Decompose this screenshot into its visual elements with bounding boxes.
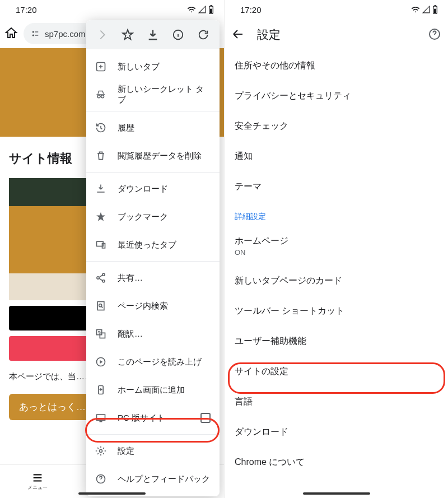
reload-button[interactable] bbox=[192, 24, 214, 46]
menu-desktop-site-label: PC 版サイト bbox=[118, 413, 165, 423]
svg-rect-13 bbox=[97, 302, 104, 310]
play-circle-icon bbox=[95, 356, 106, 367]
status-icons-right bbox=[411, 5, 438, 14]
svg-point-3 bbox=[32, 31, 34, 33]
row-homepage-sub: ON bbox=[235, 248, 438, 257]
svg-point-20 bbox=[100, 450, 102, 453]
row-accessibility[interactable]: ユーザー補助機能 bbox=[225, 326, 448, 356]
url-text: sp7pc.com bbox=[45, 29, 86, 39]
svg-rect-23 bbox=[435, 5, 436, 6]
row-homepage[interactable]: ホームページ ON bbox=[225, 226, 448, 266]
row-downloads[interactable]: ダウンロード bbox=[225, 417, 448, 447]
devices-icon bbox=[95, 239, 106, 250]
desktop-site-checkbox[interactable] bbox=[200, 413, 211, 423]
wifi-icon bbox=[411, 5, 420, 14]
status-bar-right: 17:20 bbox=[225, 0, 448, 19]
menu-translate[interactable]: 翻訳… bbox=[86, 320, 220, 348]
row-notifications-label: 通知 bbox=[235, 151, 438, 162]
battery-icon bbox=[208, 5, 214, 14]
menu-downloads[interactable]: ダウンロード bbox=[86, 175, 220, 203]
left-pane: 17:20 sp7pc.com 日々を サイト情報 日々を あ bbox=[0, 0, 224, 498]
desktop-icon bbox=[95, 412, 106, 423]
info-button[interactable] bbox=[167, 24, 189, 46]
battery-icon bbox=[432, 5, 438, 14]
menu-find[interactable]: ページ内検索 bbox=[86, 292, 220, 320]
download-button[interactable] bbox=[142, 24, 164, 46]
menu-recent-tabs[interactable]: 最近使ったタブ bbox=[86, 231, 220, 259]
menu-history-label: 履歴 bbox=[118, 123, 134, 133]
star-icon bbox=[95, 211, 106, 222]
chrome-overflow-menu: 新しいタブ 新しいシークレット タブ 履歴 閲覧履歴データを削除 ダウンロード bbox=[86, 20, 220, 496]
home-indicator[interactable] bbox=[78, 492, 146, 495]
incognito-icon bbox=[95, 89, 106, 100]
row-safety-check[interactable]: 安全チェック bbox=[225, 111, 448, 141]
cta-button[interactable]: あっとはっく… bbox=[9, 394, 96, 420]
menu-help[interactable]: ヘルプとフィードバック bbox=[86, 465, 220, 493]
section-advanced: 詳細設定 bbox=[225, 202, 448, 226]
menu-add-home[interactable]: ホーム画面に追加 bbox=[86, 376, 220, 404]
home-indicator-right[interactable] bbox=[303, 492, 370, 495]
settings-appbar: 設定 bbox=[225, 19, 448, 50]
menu-incognito-label: 新しいシークレット タブ bbox=[118, 84, 211, 105]
row-addresses[interactable]: 住所やその他の情報 bbox=[225, 50, 448, 81]
help-circle-icon bbox=[428, 27, 441, 41]
menu-help-label: ヘルプとフィードバック bbox=[118, 474, 210, 485]
menu-read-aloud-label: このページを読み上げ bbox=[118, 357, 202, 367]
menu-new-tab[interactable]: 新しいタブ bbox=[86, 53, 220, 81]
row-site-settings[interactable]: サイトの設定 bbox=[225, 356, 448, 387]
back-button[interactable] bbox=[231, 27, 245, 43]
menu-bookmarks[interactable]: ブックマーク bbox=[86, 203, 220, 231]
row-toolbar-shortcut[interactable]: ツールバー ショートカット bbox=[225, 296, 448, 326]
svg-rect-19 bbox=[97, 415, 105, 420]
svg-point-4 bbox=[32, 35, 34, 36]
menu-incognito[interactable]: 新しいシークレット タブ bbox=[86, 81, 220, 109]
row-about-chrome[interactable]: Chrome について bbox=[225, 447, 448, 477]
help-icon bbox=[95, 473, 106, 485]
row-ntp-cards[interactable]: 新しいタブページのカード bbox=[225, 266, 448, 296]
menu-share[interactable]: 共有… bbox=[86, 264, 220, 292]
bottomnav-menu[interactable]: メニュー bbox=[0, 465, 74, 498]
menu-clear-data-label: 閲覧履歴データを削除 bbox=[118, 151, 202, 161]
row-language[interactable]: 言語 bbox=[225, 387, 448, 417]
menu-history[interactable]: 履歴 bbox=[86, 114, 220, 142]
svg-rect-1 bbox=[211, 5, 212, 6]
svg-rect-24 bbox=[434, 9, 436, 13]
menu-add-home-label: ホーム画面に追加 bbox=[118, 385, 185, 395]
row-theme[interactable]: テーマ bbox=[225, 171, 448, 202]
download-icon bbox=[95, 183, 106, 194]
row-downloads-label: ダウンロード bbox=[235, 426, 438, 438]
signal-icon bbox=[198, 6, 206, 13]
forward-button[interactable] bbox=[91, 24, 114, 46]
row-privacy[interactable]: プライバシーとセキュリティ bbox=[225, 81, 448, 111]
menu-settings[interactable]: 設定 bbox=[86, 437, 220, 465]
row-about-label: Chrome について bbox=[235, 457, 438, 468]
row-notifications[interactable]: 通知 bbox=[225, 141, 448, 171]
home-icon[interactable] bbox=[4, 26, 18, 41]
row-safety-label: 安全チェック bbox=[235, 120, 438, 132]
trash-icon bbox=[95, 150, 106, 161]
menu-translate-label: 翻訳… bbox=[118, 329, 143, 339]
plus-box-icon bbox=[95, 61, 106, 72]
row-site-settings-label: サイトの設定 bbox=[235, 366, 438, 378]
menu-downloads-label: ダウンロード bbox=[118, 184, 168, 194]
row-toolbar-label: ツールバー ショートカット bbox=[235, 305, 438, 317]
status-time-right: 17:20 bbox=[240, 5, 262, 15]
bottomnav-menu-label: メニュー bbox=[27, 484, 48, 491]
svg-rect-2 bbox=[210, 9, 212, 13]
bookmark-button[interactable] bbox=[116, 24, 139, 46]
menu-icon bbox=[31, 472, 44, 484]
status-time: 17:20 bbox=[16, 5, 37, 15]
help-button[interactable] bbox=[428, 27, 441, 43]
translate-icon bbox=[95, 328, 106, 339]
menu-read-aloud[interactable]: このページを読み上げ bbox=[86, 348, 220, 376]
menu-desktop-site[interactable]: PC 版サイト bbox=[86, 404, 220, 432]
menu-clear-data[interactable]: 閲覧履歴データを削除 bbox=[86, 142, 220, 170]
menu-find-label: ページ内検索 bbox=[118, 301, 168, 311]
wifi-icon bbox=[187, 5, 196, 14]
status-icons bbox=[187, 5, 214, 14]
add-to-home-icon bbox=[95, 384, 106, 395]
settings-title: 設定 bbox=[257, 27, 281, 43]
menu-settings-label: 設定 bbox=[118, 446, 134, 457]
row-language-label: 言語 bbox=[235, 396, 438, 408]
site-settings-icon bbox=[30, 29, 40, 39]
